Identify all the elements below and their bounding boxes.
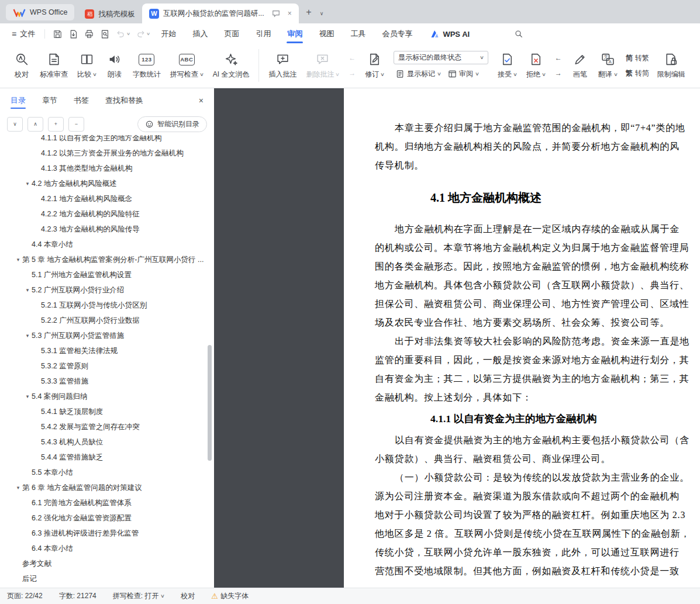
text-line[interactable]: 营范围不受地域限制。但其他方面，例如融资及杠杆和传统小贷是一致 bbox=[375, 562, 700, 581]
ai-polish-button[interactable]: AI 全文润色 bbox=[208, 47, 254, 84]
expand-all-button[interactable]: ∧ bbox=[27, 117, 43, 132]
toc-item[interactable]: ▾ 5.1 广州地方金融监管机构设置 bbox=[0, 267, 214, 282]
text-line[interactable]: 的机构或公司。本章节将地方金融机构定义为归属于地方金融监督管理局 bbox=[375, 239, 700, 257]
show-markup-button[interactable]: 显示标记 ∨ bbox=[394, 67, 443, 80]
toc-item[interactable]: ▾ 5.2.2 广州互联网小贷行业数据 bbox=[0, 313, 214, 328]
next-comment-button[interactable]: → bbox=[345, 67, 359, 80]
reject-button[interactable]: 拒绝∨ bbox=[522, 47, 550, 84]
paragraph[interactable]: 本章主要介绍归属于地方金融监管范围的金融机构，即“7+4”类的地机构。归纳地方金… bbox=[375, 119, 700, 175]
redo-button[interactable]: ∨ bbox=[134, 27, 151, 41]
text-line[interactable]: 担保公司、融资租赁公司、商业保理公司、地方性资产管理公司、区域性 bbox=[375, 295, 700, 313]
text-line[interactable]: 机构。归纳地方金融机构相关的风险点，并简要分析地方金融机构的风 bbox=[375, 137, 700, 156]
text-line[interactable]: 传统小贷，互联网小贷允许单一股东独资，此外，可以通过互联网进行 bbox=[375, 543, 700, 562]
expand-level-button[interactable]: + bbox=[48, 117, 64, 132]
menu-item[interactable]: 引用 bbox=[247, 23, 279, 44]
text-line[interactable]: 小额贷款）、典当行、融资租赁公司、商业保理公司。 bbox=[375, 450, 700, 468]
expander-icon[interactable]: ▾ bbox=[23, 287, 32, 293]
save-button[interactable] bbox=[51, 27, 64, 41]
text-line[interactable]: 金融机构。按上述划分，具体如下： bbox=[375, 388, 700, 407]
standard-review-button[interactable]: 标准审查 bbox=[35, 47, 73, 84]
collapse-all-button[interactable]: ∨ bbox=[7, 117, 23, 132]
text-line[interactable]: 地对于小额贷款公司均设置了较为严格的融资杠杆。例如重庆地区为 2.3 bbox=[375, 506, 700, 524]
to-simplified-button[interactable]: 繁 转简 bbox=[623, 67, 651, 80]
toc-item[interactable]: ▾ 5.4.2 发展与监管之间存在冲突 bbox=[0, 419, 214, 434]
toc-item[interactable]: ▾ 5.2 广州互联网小贷行业介绍 bbox=[0, 282, 214, 298]
text-line[interactable]: 地方金融机构。具体包含小额贷款公司（含互联网小额贷款）、典当行、 bbox=[375, 276, 700, 295]
proofread-button[interactable]: 校对 bbox=[8, 47, 35, 84]
toc-item[interactable]: ▾ 5.3.2 监管原则 bbox=[0, 358, 214, 374]
menu-item[interactable]: 工具 bbox=[342, 23, 374, 44]
expander-icon[interactable]: ▾ bbox=[14, 257, 22, 263]
tab-wps-office[interactable]: WPS Office bbox=[6, 4, 74, 20]
toc-item[interactable]: ▾ 4.2 地方金融机构风险概述 bbox=[0, 176, 214, 191]
toc-item[interactable]: ▾ 6.3 推进机构评级进行差异化监管 bbox=[0, 526, 214, 541]
toc-item[interactable]: ▾ 6.1 完善地方金融机构监管体系 bbox=[0, 495, 214, 510]
toc-item[interactable]: ▾ 4.2.2 地方金融机构的风险特征 bbox=[0, 206, 214, 222]
file-menu[interactable]: ≡ 文件 bbox=[7, 29, 40, 39]
search-button[interactable] bbox=[511, 26, 527, 42]
spellcheck-indicator[interactable]: 拼写检查: 打开 ∨ bbox=[113, 591, 165, 601]
expander-icon[interactable]: ▾ bbox=[14, 485, 22, 491]
text-line[interactable]: 出于对非法集资等较大社会影响的风险防范考虑。资金来源一直是地 bbox=[375, 332, 700, 351]
toc-item[interactable]: ▾ 4.1.3 其他类型地方金融机构 bbox=[0, 161, 214, 176]
print-button[interactable] bbox=[82, 27, 96, 41]
toc-item[interactable]: ▾ 5.3.1 监管相关法律法规 bbox=[0, 343, 214, 358]
tab-list-chevron-icon[interactable]: ∨ bbox=[316, 11, 327, 16]
toc-item[interactable]: ▾ 参考文献 bbox=[0, 556, 214, 571]
accept-button[interactable]: 接受∨ bbox=[493, 47, 522, 84]
text-line[interactable]: 源为公司注册资本金。融资渠道为股东借款或向不超过两个的金融机构 bbox=[375, 487, 700, 506]
sidebar-tab-bookmarks[interactable]: 书签 bbox=[74, 88, 89, 113]
paragraph[interactable]: 以自有资金提供融资为主的地方金融机构主要包括小额贷款公司（含小额贷款）、典当行、… bbox=[375, 431, 700, 468]
toc-item[interactable]: ▾ 第 6 章 地方金融监管问题的对策建议 bbox=[0, 480, 214, 495]
toc-item[interactable]: ▾ 6.4 本章小结 bbox=[0, 541, 214, 556]
toc-item[interactable]: ▾ 5.4.3 机构人员缺位 bbox=[0, 434, 214, 450]
toc-item[interactable]: ▾ 第 5 章 地方金融机构监管案例分析-广州互联网小贷行 ... bbox=[0, 252, 214, 267]
export-button[interactable] bbox=[67, 27, 80, 41]
proofread-indicator[interactable]: 校对 bbox=[181, 591, 195, 601]
spell-check-button[interactable]: ABC 拼写检查∨ bbox=[165, 47, 208, 84]
translate-button[interactable]: 文A 翻译∨ bbox=[594, 47, 622, 84]
toc-item[interactable]: ▾ 4.2.3 地方金融机构的风险传导 bbox=[0, 222, 214, 237]
toc-item[interactable]: ▾ 5.2.1 互联网小贷与传统小贷区别 bbox=[0, 298, 214, 313]
toc-item[interactable]: ▾ 5.4.1 缺乏顶层制度 bbox=[0, 404, 214, 419]
expander-icon[interactable]: ▾ bbox=[23, 394, 32, 399]
sidebar-tab-find-replace[interactable]: 查找和替换 bbox=[105, 88, 143, 113]
text-line[interactable]: 他地区多是 2 倍。互联网小贷则是传统小贷在互联网属性下的金融创新， bbox=[375, 524, 700, 543]
menu-item[interactable]: 审阅 bbox=[279, 23, 311, 44]
collapse-level-button[interactable]: − bbox=[68, 117, 84, 132]
text-line[interactable]: 本章主要介绍归属于地方金融监管范围的金融机构，即“7+4”类的地 bbox=[375, 119, 700, 137]
toc-item[interactable]: ▾ 5.4 案例问题归纳 bbox=[0, 389, 214, 404]
print-preview-button[interactable] bbox=[98, 27, 112, 41]
close-sidebar-icon[interactable]: × bbox=[199, 96, 204, 105]
track-changes-button[interactable]: 修订∨ bbox=[360, 47, 389, 84]
paragraph[interactable]: 出于对非法集资等较大社会影响的风险防范考虑。资金来源一直是地监管的重要科目，因此… bbox=[375, 332, 700, 407]
undo-button[interactable]: ∨ bbox=[114, 27, 132, 41]
toc-item[interactable]: ▾ 4.2.1 地方金融机构风险概念 bbox=[0, 191, 214, 206]
tab-docer-template[interactable]: 稻 找稿壳模板 bbox=[78, 5, 142, 23]
compare-button[interactable]: 比较∨ bbox=[73, 47, 101, 84]
new-tab-button[interactable]: + bbox=[301, 5, 316, 20]
toc-item[interactable]: ▾ 后记 bbox=[0, 571, 214, 586]
insert-comment-button[interactable]: 插入批注 bbox=[264, 47, 301, 84]
menu-item[interactable]: 会员专享 bbox=[374, 23, 420, 44]
menu-item[interactable]: 页面 bbox=[216, 23, 247, 44]
sidebar-scrollbar[interactable] bbox=[208, 345, 212, 461]
word-count-button[interactable]: 123 字数统计 bbox=[128, 47, 165, 84]
word-count-indicator[interactable]: 字数: 21274 bbox=[59, 591, 96, 601]
restrict-edit-button[interactable]: 限制编辑 bbox=[653, 47, 690, 84]
read-aloud-button[interactable]: 朗读 bbox=[101, 47, 128, 84]
paragraph[interactable]: 地方金融机构在字面上理解是在一定区域内存续的金融或从属于金的机构或公司。本章节将… bbox=[375, 220, 700, 332]
wps-ai-menu[interactable]: WPS AI bbox=[420, 29, 479, 39]
menu-item[interactable]: 开始 bbox=[153, 23, 184, 44]
sidebar-tab-toc[interactable]: 目录 bbox=[11, 88, 26, 113]
toc-item[interactable]: ▾ 6.2 强化地方金融监管资源配置 bbox=[0, 510, 214, 526]
text-line[interactable]: 传导机制。 bbox=[375, 156, 700, 175]
toc-item[interactable]: ▾ 5.5 本章小结 bbox=[0, 465, 214, 480]
toc-item[interactable]: ▾ 4.4 本章小结 bbox=[0, 237, 214, 252]
paragraph[interactable]: （一）小额贷款公司：是较为传统的以发放贷款为主营业务的企业。源为公司注册资本金。… bbox=[375, 468, 700, 581]
text-line[interactable]: 以自有资金提供融资为主的地方金融机构主要包括小额贷款公司（含 bbox=[375, 431, 700, 450]
text-line[interactable]: 监管的重要科目，因此，一般是按资金来源对地方金融机构进行划分，其 bbox=[375, 351, 700, 370]
menu-item[interactable]: 视图 bbox=[311, 23, 342, 44]
toc-item[interactable]: ▾ 5.3.3 监管措施 bbox=[0, 374, 214, 389]
previous-comment-button[interactable]: ← bbox=[345, 51, 359, 64]
